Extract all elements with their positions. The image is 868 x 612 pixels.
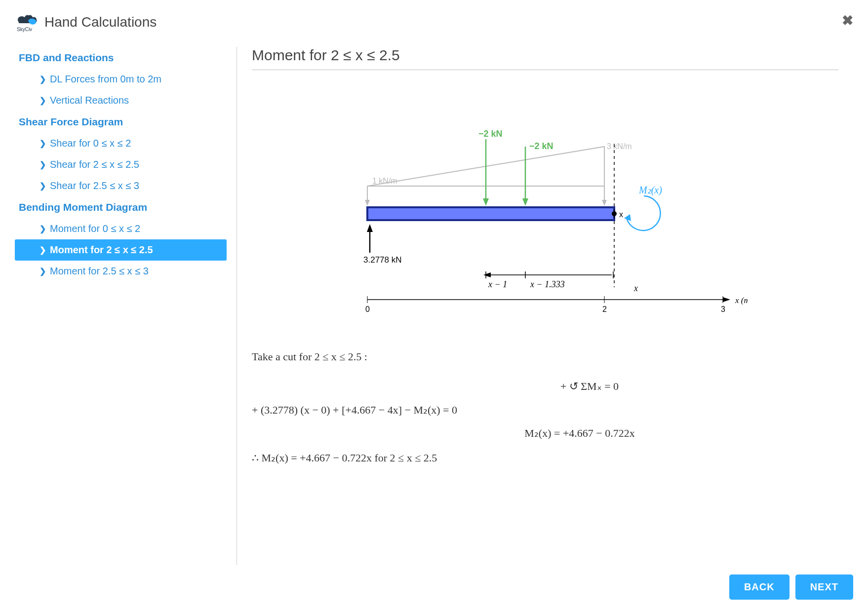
nav-item-label: Vertical Reactions: [50, 95, 129, 106]
page-title: Hand Calculations: [44, 14, 157, 30]
chevron-right-icon: ❯: [39, 139, 46, 148]
nav-item-moment-0-2[interactable]: ❯Moment for 0 ≤ x ≤ 2: [15, 218, 227, 239]
svg-marker-3: [365, 200, 370, 206]
nav-item-dl-forces[interactable]: ❯DL Forces from 0m to 2m: [15, 69, 227, 90]
nav-group-moment[interactable]: Bending Moment Diagram: [15, 196, 227, 218]
dim-2: x − 1.333: [530, 279, 565, 289]
nav-item-moment-25-3[interactable]: ❯Moment for 2.5 ≤ x ≤ 3: [15, 261, 227, 282]
calc-sum-moments: + ↺ ΣMₓ = 0: [252, 376, 838, 397]
nav-group-fbd[interactable]: FBD and Reactions: [15, 47, 227, 69]
axis-label: x (m): [735, 296, 748, 305]
calc-result: M₂(x) = +4.667 − 0.722x: [252, 423, 838, 444]
chevron-right-icon: ❯: [39, 267, 46, 276]
nav-item-label: Moment for 2 ≤ x ≤ 2.5: [50, 244, 153, 256]
header: SkyCiv Hand Calculations ✖: [15, 12, 853, 32]
nav-group-shear[interactable]: Shear Force Diagram: [15, 111, 227, 133]
reaction-force: 3.2778 kN: [363, 255, 402, 265]
svg-marker-17: [483, 272, 491, 277]
svg-marker-22: [723, 297, 730, 302]
section-title: Moment for 2 ≤ x ≤ 2.5: [252, 47, 838, 70]
chevron-right-icon: ❯: [39, 160, 46, 169]
close-icon[interactable]: ✖: [842, 12, 853, 29]
dim-3: x: [633, 283, 638, 293]
back-button[interactable]: BACK: [729, 574, 789, 600]
calc-equation: + (3.2778) (x − 0) + [+4.667 − 4x] − M₂(…: [252, 400, 838, 421]
chevron-right-icon: ❯: [39, 224, 46, 233]
nav-item-shear-2-25[interactable]: ❯Shear for 2 ≤ x ≤ 2.5: [15, 154, 227, 175]
nav-item-moment-2-25[interactable]: ❯Moment for 2 ≤ x ≤ 2.5: [15, 239, 227, 261]
nav-item-label: Moment for 0 ≤ x ≤ 2: [50, 223, 140, 234]
calc-conclusion: ∴ M₂(x) = +4.667 − 0.722x for 2 ≤ x ≤ 2.…: [252, 448, 838, 468]
svg-marker-5: [602, 200, 607, 206]
footer-buttons: BACK NEXT: [729, 574, 853, 600]
nav-item-label: Shear for 2 ≤ x ≤ 2.5: [50, 159, 139, 170]
svg-marker-7: [483, 198, 489, 206]
nav-item-label: Shear for 0 ≤ x ≤ 2: [50, 138, 131, 149]
moment-label: M₂(x): [638, 185, 662, 196]
main-content: Moment for 2 ≤ x ≤ 2.5 1 kN/m 3 kN/m −2 …: [237, 47, 853, 565]
dim-1: x − 1: [488, 279, 507, 289]
nav-item-vertical-reactions[interactable]: ❯Vertical Reactions: [15, 90, 227, 111]
nav-item-shear-25-3[interactable]: ❯Shear for 2.5 ≤ x ≤ 3: [15, 175, 227, 196]
nav-item-label: Moment for 2.5 ≤ x ≤ 3: [50, 266, 149, 277]
tick-2: 2: [602, 305, 607, 313]
nav-item-label: DL Forces from 0m to 2m: [50, 74, 161, 85]
nav-item-label: Shear for 2.5 ≤ x ≤ 3: [50, 180, 139, 191]
svg-marker-15: [367, 224, 373, 232]
point-load-2: −2 kN: [529, 141, 553, 151]
dist-load-right: 3 kN/m: [607, 142, 632, 151]
cut-x-label: x: [619, 210, 623, 219]
sidebar: FBD and Reactions ❯DL Forces from 0m to …: [15, 47, 237, 565]
chevron-right-icon: ❯: [39, 96, 46, 105]
svg-marker-9: [522, 198, 528, 206]
chevron-right-icon: ❯: [39, 75, 46, 84]
calculation-steps: Take a cut for 2 ≤ x ≤ 2.5 : + ↺ ΣMₓ = 0…: [252, 346, 838, 468]
skyciv-logo: SkyCiv: [15, 12, 39, 32]
beam-diagram: 1 kN/m 3 kN/m −2 kN −2 kN x: [252, 90, 838, 327]
next-button[interactable]: NEXT: [795, 574, 853, 600]
point-load-1: −2 kN: [478, 129, 503, 139]
nav-item-shear-0-2[interactable]: ❯Shear for 0 ≤ x ≤ 2: [15, 133, 227, 154]
svg-rect-10: [367, 207, 614, 220]
svg-text:SkyCiv: SkyCiv: [17, 27, 32, 32]
tick-0: 0: [365, 305, 370, 313]
chevron-right-icon: ❯: [39, 181, 46, 191]
calc-intro: Take a cut for 2 ≤ x ≤ 2.5 :: [252, 346, 838, 367]
dist-load-left: 1 kN/m: [372, 177, 397, 185]
chevron-right-icon: ❯: [39, 245, 46, 255]
tick-3: 3: [721, 305, 725, 313]
